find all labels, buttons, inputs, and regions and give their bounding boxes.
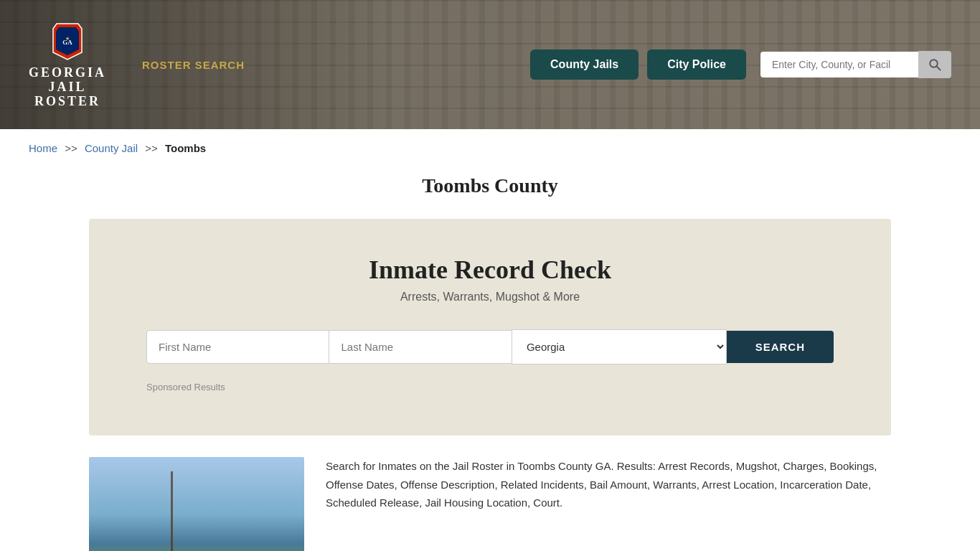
county-description: Search for Inmates on the Jail Roster in… [326,457,891,512]
record-search-button[interactable]: SEARCH [727,331,834,363]
logo-jail: JAIL [49,80,87,95]
header-search-bar [760,51,951,78]
logo-roster: ROSTER [34,95,100,109]
header-search-button[interactable] [918,51,951,78]
city-police-button[interactable]: City Police [647,50,746,80]
county-image [89,457,304,551]
page-title: Toombs County [0,174,980,197]
sponsored-results-label: Sponsored Results [146,382,834,392]
site-header: GA ★ GEORGIA JAIL ROSTER ROSTER SEARCH C… [0,0,980,129]
inmate-record-section: Inmate Record Check Arrests, Warrants, M… [89,219,891,435]
search-icon [928,58,941,71]
svg-line-6 [937,67,941,70]
first-name-input[interactable] [146,330,329,364]
georgia-seal-icon: GA ★ [46,20,89,63]
roster-search-link[interactable]: ROSTER SEARCH [142,59,245,71]
site-logo[interactable]: GA ★ GEORGIA JAIL ROSTER [29,20,106,108]
record-section-title: Inmate Record Check [146,255,834,285]
breadcrumb-current: Toombs [165,142,206,154]
county-jails-button[interactable]: County Jails [530,50,639,80]
breadcrumb-sep1: >> [65,142,77,154]
header-content: GA ★ GEORGIA JAIL ROSTER ROSTER SEARCH C… [0,0,980,129]
svg-text:★: ★ [65,36,70,42]
nav-buttons: County Jails City Police [530,50,746,80]
breadcrumb-home[interactable]: Home [29,142,57,154]
breadcrumb: Home >> County Jail >> Toombs [0,129,980,167]
bottom-content: Search for Inmates on the Jail Roster in… [0,435,980,551]
last-name-input[interactable] [329,330,512,364]
state-select[interactable]: AlabamaAlaskaArizonaArkansasCaliforniaCo… [512,329,727,364]
breadcrumb-county-jail[interactable]: County Jail [85,142,138,154]
header-search-input[interactable] [760,52,918,77]
record-form: AlabamaAlaskaArizonaArkansasCaliforniaCo… [146,329,834,364]
logo-georgia: GEORGIA [29,66,106,80]
breadcrumb-sep2: >> [145,142,158,154]
main-nav: ROSTER SEARCH County Jails City Police [142,50,951,80]
record-section-subtitle: Arrests, Warrants, Mugshot & More [146,291,834,303]
